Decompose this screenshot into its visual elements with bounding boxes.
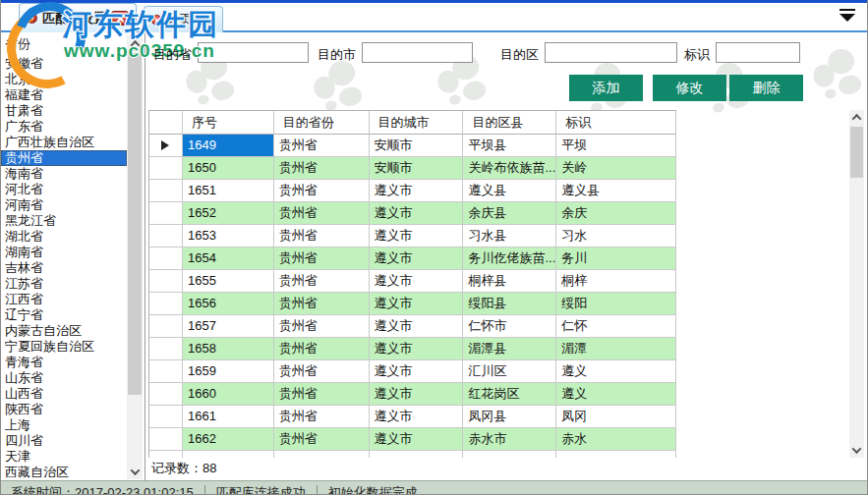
cell-index[interactable]: 1652 bbox=[183, 202, 274, 225]
sidebar-item[interactable]: 甘肃省 bbox=[1, 103, 127, 119]
row-selector-cell[interactable] bbox=[149, 180, 183, 202]
sidebar-item[interactable]: 陕西省 bbox=[1, 402, 127, 417]
sidebar-item[interactable]: 贵州省 bbox=[1, 150, 127, 166]
sidebar-item[interactable]: 山西省 bbox=[1, 386, 127, 402]
cell-district[interactable]: 平坝县 bbox=[463, 135, 556, 157]
sidebar-item[interactable]: 江苏省 bbox=[1, 276, 127, 292]
table-row[interactable]: 1650贵州省安顺市关岭布依族苗...关岭 bbox=[149, 157, 676, 180]
sidebar-item[interactable]: 天津 bbox=[1, 449, 127, 465]
tab-match-library-settings[interactable]: 匹配库设置 bbox=[19, 3, 137, 32]
row-selector-cell[interactable] bbox=[149, 406, 183, 428]
header-column-0[interactable]: 序号 bbox=[183, 111, 274, 135]
cell-tag[interactable]: 绥阳 bbox=[556, 293, 676, 315]
tag-input[interactable] bbox=[716, 42, 800, 63]
cell-index[interactable]: 1651 bbox=[183, 180, 274, 202]
cell-index[interactable]: 1653 bbox=[183, 225, 274, 248]
cell-tag[interactable]: 余庆 bbox=[556, 202, 676, 225]
cell-city[interactable]: 安顺市 bbox=[370, 135, 464, 157]
cell-province[interactable]: 贵州省 bbox=[274, 360, 370, 383]
header-selector-cell[interactable] bbox=[149, 111, 183, 135]
cell-index[interactable]: 1649 bbox=[183, 135, 274, 157]
table-row[interactable]: 1651贵州省遵义市遵义县遵义县 bbox=[149, 180, 676, 202]
table-row[interactable]: 1653贵州省遵义市习水县习水 bbox=[149, 225, 676, 248]
cell-city[interactable]: 遵义市 bbox=[370, 338, 464, 360]
row-selector-cell[interactable] bbox=[149, 157, 183, 180]
scrollbar-thumb[interactable] bbox=[128, 53, 142, 395]
cell-city[interactable]: 遵义市 bbox=[370, 248, 464, 270]
table-row[interactable]: 1658贵州省遵义市湄潭县湄潭 bbox=[149, 338, 676, 360]
table-row[interactable]: 1654贵州省遵义市务川仡佬族苗...务川 bbox=[149, 248, 676, 270]
row-selector-cell[interactable] bbox=[149, 360, 183, 383]
header-column-1[interactable]: 目的省份 bbox=[274, 111, 370, 135]
scroll-down-icon[interactable] bbox=[849, 443, 864, 458]
cell-province[interactable]: 贵州省 bbox=[274, 338, 370, 360]
row-selector-cell[interactable] bbox=[149, 225, 183, 248]
row-selector-cell[interactable] bbox=[149, 315, 183, 338]
cell-index[interactable]: 1659 bbox=[183, 360, 274, 383]
cell-province[interactable]: 贵州省 bbox=[274, 225, 370, 248]
cell-tag[interactable]: 遵义县 bbox=[556, 180, 676, 202]
cell-tag[interactable]: 遵义 bbox=[556, 383, 676, 406]
table-row[interactable]: 1659贵州省遵义市汇川区遵义 bbox=[149, 360, 676, 383]
table-row[interactable]: 1662贵州省遵义市赤水市赤水 bbox=[149, 428, 676, 451]
dest-province-input[interactable] bbox=[198, 42, 309, 63]
sidebar-item[interactable]: 广西壮族自治区 bbox=[1, 135, 127, 150]
cell-index[interactable]: 1660 bbox=[183, 383, 274, 406]
cell-tag[interactable]: 凤冈 bbox=[556, 406, 676, 428]
sidebar-scrollbar[interactable] bbox=[127, 35, 143, 479]
cell-index[interactable]: 1650 bbox=[183, 157, 274, 180]
menu-down-icon[interactable] bbox=[839, 9, 855, 22]
cell-district[interactable]: 仁怀市 bbox=[463, 315, 556, 338]
sidebar-item[interactable]: 青海省 bbox=[1, 355, 127, 370]
cell-index[interactable]: 1655 bbox=[183, 270, 274, 293]
cell-tag[interactable]: 遵义 bbox=[556, 360, 676, 383]
cell-city[interactable]: 遵义市 bbox=[370, 360, 464, 383]
cell-tag[interactable]: 关岭 bbox=[556, 157, 676, 180]
row-selector-cell[interactable] bbox=[149, 428, 183, 451]
cell-province[interactable]: 贵州省 bbox=[274, 293, 370, 315]
sidebar-item[interactable]: 吉林省 bbox=[1, 260, 127, 276]
add-button[interactable]: 添加 bbox=[569, 75, 643, 101]
header-column-3[interactable]: 目的区县 bbox=[463, 111, 556, 135]
cell-district[interactable]: 湄潭县 bbox=[463, 338, 556, 360]
row-selector-cell[interactable] bbox=[149, 135, 183, 157]
table-row[interactable]: 1657贵州省遵义市仁怀市仁怀 bbox=[149, 315, 676, 338]
cell-city[interactable]: 遵义市 bbox=[370, 315, 464, 338]
sidebar-item[interactable]: 北京 bbox=[1, 72, 127, 87]
cell-index[interactable]: 1661 bbox=[183, 406, 274, 428]
sidebar-item[interactable]: 上海 bbox=[1, 417, 127, 433]
scrollbar-thumb[interactable] bbox=[850, 127, 863, 178]
sidebar-item[interactable]: 黑龙江省 bbox=[1, 213, 127, 229]
cell-province[interactable]: 贵州省 bbox=[274, 406, 370, 428]
cell-city[interactable]: 遵义市 bbox=[370, 202, 464, 225]
cell-district[interactable]: 余庆县 bbox=[463, 202, 556, 225]
cell-province[interactable]: 贵州省 bbox=[274, 270, 370, 293]
cell-city[interactable]: 遵义市 bbox=[370, 225, 464, 248]
cell-district[interactable]: 赤水市 bbox=[463, 428, 556, 451]
cell-district[interactable]: 汇川区 bbox=[463, 360, 556, 383]
table-row[interactable]: 1661贵州省遵义市凤冈县凤冈 bbox=[149, 406, 676, 428]
sidebar-item[interactable]: 福建省 bbox=[1, 87, 127, 103]
cell-province[interactable]: 贵州省 bbox=[274, 157, 370, 180]
sidebar-item[interactable]: 辽宁省 bbox=[1, 307, 127, 323]
cell-tag[interactable]: 赤水 bbox=[556, 428, 676, 451]
scroll-up-icon[interactable] bbox=[849, 110, 864, 125]
cell-index[interactable]: 1657 bbox=[183, 315, 274, 338]
cell-province[interactable]: 贵州省 bbox=[274, 248, 370, 270]
grid-scrollbar[interactable] bbox=[849, 110, 864, 458]
tab-home[interactable]: 首页 bbox=[144, 6, 223, 32]
sidebar-item[interactable]: 西藏自治区 bbox=[1, 465, 127, 480]
table-row[interactable]: 1656贵州省遵义市绥阳县绥阳 bbox=[149, 293, 676, 315]
cell-district[interactable]: 关岭布依族苗... bbox=[463, 157, 556, 180]
cell-province[interactable]: 贵州省 bbox=[274, 383, 370, 406]
cell-province[interactable]: 贵州省 bbox=[274, 135, 370, 157]
close-icon[interactable] bbox=[198, 13, 215, 28]
sidebar-item[interactable]: 广东省 bbox=[1, 119, 127, 135]
cell-district[interactable]: 红花岗区 bbox=[463, 383, 556, 406]
sidebar-item[interactable]: 海南省 bbox=[1, 166, 127, 182]
cell-district[interactable]: 遵义县 bbox=[463, 180, 556, 202]
cell-index[interactable]: 1654 bbox=[183, 248, 274, 270]
cell-district[interactable]: 务川仡佬族苗... bbox=[463, 248, 556, 270]
cell-tag[interactable]: 桐梓 bbox=[556, 270, 676, 293]
table-row[interactable]: 1660贵州省遵义市红花岗区遵义 bbox=[149, 383, 676, 406]
